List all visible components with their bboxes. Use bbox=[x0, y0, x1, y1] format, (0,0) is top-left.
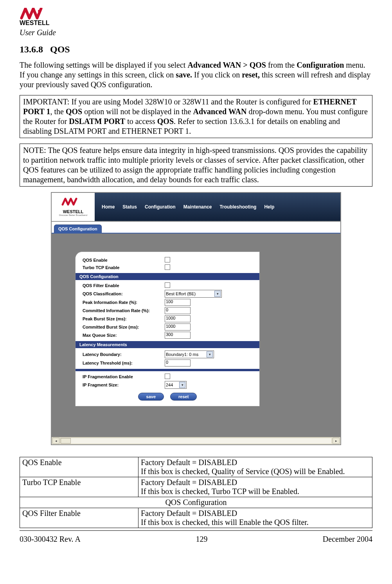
label-peak-info-rate: Peak Information Rate (%): bbox=[83, 300, 165, 305]
select-value: Best Effort (BE) bbox=[166, 291, 196, 296]
select-value: Boundary1: 0 ms bbox=[166, 352, 198, 357]
nav-configuration[interactable]: Configuration bbox=[145, 204, 176, 210]
label-latency-boundary: Latency Boundary: bbox=[83, 352, 165, 357]
input-committed-burst[interactable]: 1000 bbox=[165, 323, 191, 331]
label-peak-burst: Peak Burst Size (ms): bbox=[83, 316, 165, 321]
section-heading: 13.6.8 QOS bbox=[20, 44, 372, 55]
brand-logo: WESTELL bbox=[20, 8, 372, 27]
label-committed-info-rate: Committed Information Rate (%): bbox=[83, 308, 165, 313]
row-ip-frag-size: IP Fragment Size: 244 ▾ bbox=[83, 381, 252, 389]
row-qos-enable: QOS Enable bbox=[83, 257, 252, 263]
text: Advanced WAN > QOS bbox=[187, 61, 266, 69]
table-row: QOS Enable Factory Default = DISABLED If… bbox=[20, 457, 372, 477]
table-row: Turbo TCP Enable Factory Default = DISAB… bbox=[20, 477, 372, 497]
westell-logo-small-icon bbox=[61, 198, 85, 209]
checkbox-qos-filter-enable[interactable] bbox=[165, 282, 170, 288]
text: The following settings will be displayed… bbox=[20, 61, 187, 69]
router-ui-screenshot: WESTELL Discover Better Broadband Home S… bbox=[51, 192, 341, 445]
scroll-track[interactable] bbox=[60, 438, 332, 444]
text: IMPORTANT: If you are using Model 328W10… bbox=[23, 97, 313, 106]
text: Configuration bbox=[297, 61, 344, 69]
select-ip-frag-size[interactable]: 244 ▾ bbox=[165, 381, 187, 389]
table-row: QOS Filter Enable Factory Default = DISA… bbox=[20, 508, 372, 528]
westell-logo-icon: WESTELL bbox=[20, 8, 67, 27]
row-peak-burst: Peak Burst Size (ms): 1000 bbox=[83, 315, 252, 322]
qos-panel: QOS Enable Turbo TCP Enable QOS Configur… bbox=[75, 252, 260, 406]
row-qos-filter-enable: QOS Filter Enable bbox=[83, 282, 252, 289]
input-peak-info-rate[interactable]: 100 bbox=[165, 299, 191, 306]
row-ip-frag-enable: IP Fragmentation Enable bbox=[83, 374, 252, 380]
input-max-queue[interactable]: 300 bbox=[165, 332, 191, 339]
cell-setting-desc: Factory Default = DISABLED If this box i… bbox=[138, 457, 372, 477]
section-bar-divider bbox=[76, 369, 259, 371]
text: option will not be displayed in the bbox=[82, 107, 193, 116]
reset-button[interactable]: reset bbox=[170, 393, 197, 401]
screenshot-logo: WESTELL Discover Better Broadband bbox=[52, 193, 95, 221]
screenshot-body: QOS Enable Turbo TCP Enable QOS Configur… bbox=[52, 234, 340, 437]
guide-title: User Guide bbox=[20, 28, 372, 37]
scroll-left-icon[interactable]: ◂ bbox=[52, 438, 59, 444]
intro-paragraph: The following settings will be displayed… bbox=[20, 60, 372, 90]
nav-home[interactable]: Home bbox=[102, 204, 115, 210]
row-peak-info-rate: Peak Information Rate (%): 100 bbox=[83, 299, 252, 306]
row-committed-burst: Committed Burst Size (ms): 1000 bbox=[83, 323, 252, 331]
scroll-right-icon[interactable]: ▸ bbox=[333, 438, 340, 444]
label-latency-threshold: Latency Threshold (ms): bbox=[83, 361, 165, 365]
cell-setting-desc: Factory Default = DISABLED If this box i… bbox=[138, 477, 372, 497]
cell-setting-name: Turbo TCP Enable bbox=[20, 477, 138, 497]
nav-status[interactable]: Status bbox=[122, 204, 137, 210]
row-turbo-tcp: Turbo TCP Enable bbox=[83, 264, 252, 271]
checkbox-qos-enable[interactable] bbox=[165, 257, 170, 262]
save-button[interactable]: save bbox=[138, 393, 164, 401]
row-max-queue: Max Queue Size: 300 bbox=[83, 332, 252, 339]
label-qos-enable: QOS Enable bbox=[83, 258, 165, 262]
table-section-row: QOS Configuration bbox=[20, 497, 372, 508]
note-box: NOTE: The QOS feature helps ensure data … bbox=[20, 144, 372, 187]
section-bar-latency: Latency Measurements bbox=[76, 341, 259, 348]
label-qos-classification: QOS Classification: bbox=[83, 291, 165, 296]
tab-row: QOS Configuration bbox=[52, 222, 340, 234]
input-peak-burst[interactable]: 1000 bbox=[165, 315, 191, 322]
row-latency-threshold: Latency Threshold (ms): 0 bbox=[83, 359, 252, 367]
page-footer: 030-300432 Rev. A 129 December 2004 bbox=[20, 534, 372, 544]
checkbox-turbo-tcp[interactable] bbox=[165, 264, 170, 270]
footer-right: December 2004 bbox=[323, 535, 372, 544]
screenshot-header: WESTELL Discover Better Broadband Home S… bbox=[52, 193, 340, 222]
chevron-down-icon: ▾ bbox=[207, 351, 213, 358]
section-number: 13.6.8 bbox=[20, 44, 43, 54]
text: save. bbox=[176, 70, 192, 79]
svg-point-0 bbox=[38, 10, 40, 12]
nav-troubleshooting[interactable]: Troubleshooting bbox=[219, 204, 256, 210]
chevron-down-icon: ▾ bbox=[214, 291, 221, 297]
text: If you click on bbox=[192, 70, 242, 79]
nav-help[interactable]: Help bbox=[264, 204, 274, 210]
label-qos-filter-enable: QOS Filter Enable bbox=[83, 283, 165, 288]
select-latency-boundary[interactable]: Boundary1: 0 ms ▾ bbox=[165, 350, 214, 358]
important-note-box: IMPORTANT: If you are using Model 328W10… bbox=[20, 95, 372, 138]
text: from the bbox=[266, 61, 297, 69]
footer-page-number: 129 bbox=[196, 535, 207, 544]
cell-setting-name: QOS Enable bbox=[20, 457, 138, 477]
scroll-thumb[interactable] bbox=[61, 438, 71, 444]
text: DSLATM PORT bbox=[69, 117, 125, 126]
section-bar-qos-config: QOS Configuration bbox=[76, 273, 259, 280]
footer-left: 030-300432 Rev. A bbox=[20, 535, 81, 544]
row-committed-info-rate: Committed Information Rate (%): 0 bbox=[83, 307, 252, 314]
label-ip-frag-enable: IP Fragmentation Enable bbox=[83, 374, 165, 379]
nav-maintenance[interactable]: Maintenance bbox=[183, 204, 212, 210]
label-max-queue: Max Queue Size: bbox=[83, 333, 165, 338]
checkbox-ip-frag-enable[interactable] bbox=[165, 374, 170, 379]
cell-setting-desc: Factory Default = DISABLED If this box i… bbox=[138, 508, 372, 528]
text: QOS bbox=[157, 117, 174, 126]
svg-text:WESTELL: WESTELL bbox=[20, 20, 50, 26]
horizontal-scrollbar[interactable]: ◂ ▸ bbox=[52, 437, 340, 444]
input-committed-info-rate[interactable]: 0 bbox=[165, 307, 191, 314]
select-qos-classification[interactable]: Best Effort (BE) ▾ bbox=[165, 290, 222, 298]
input-latency-threshold[interactable]: 0 bbox=[165, 359, 191, 367]
text: to access bbox=[125, 117, 157, 126]
row-qos-classification: QOS Classification: Best Effort (BE) ▾ bbox=[83, 290, 252, 298]
cell-section-header: QOS Configuration bbox=[20, 497, 372, 508]
label-ip-frag-size: IP Fragment Size: bbox=[83, 383, 165, 387]
tab-qos-configuration[interactable]: QOS Configuration bbox=[54, 225, 102, 233]
screenshot-brand: WESTELL bbox=[63, 209, 84, 214]
